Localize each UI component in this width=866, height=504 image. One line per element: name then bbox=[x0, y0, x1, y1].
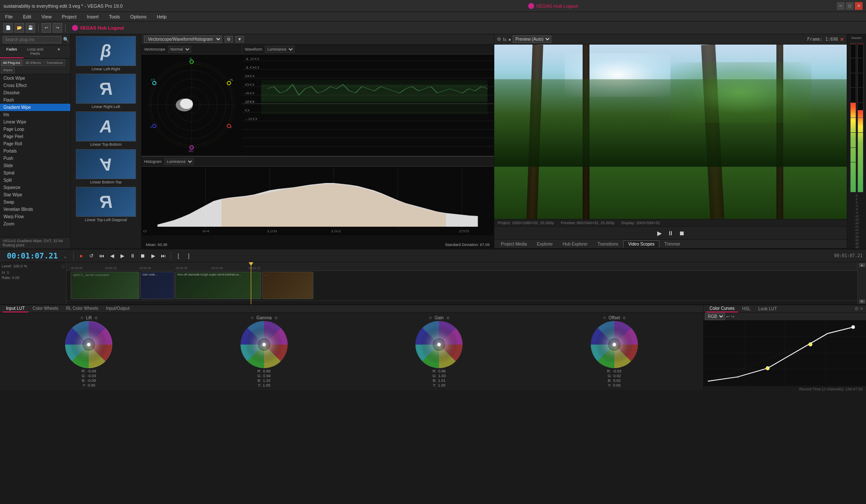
gamma-settings-icon[interactable]: ⚙ bbox=[274, 316, 278, 320]
effect-push[interactable]: Push bbox=[0, 155, 70, 162]
effect-page-loop[interactable]: Page Loop bbox=[0, 126, 70, 133]
fx-subtab-3d[interactable]: 3D Effects bbox=[23, 60, 43, 66]
preview-mode-selector[interactable]: Preview (Auto) bbox=[513, 36, 551, 43]
tab-look-lut[interactable]: Look LUT bbox=[755, 306, 780, 312]
scope-menu-button[interactable]: ▼ bbox=[235, 36, 244, 42]
curves-channel-selector[interactable]: RGB bbox=[705, 313, 725, 320]
tab-hsl[interactable]: HSL bbox=[739, 306, 754, 312]
gamma-wheel[interactable] bbox=[241, 321, 288, 368]
effect-spiral[interactable]: Spiral bbox=[0, 169, 70, 177]
effect-cross-effect[interactable]: Cross Effect bbox=[0, 82, 70, 89]
vectorscope-mode[interactable]: Normal bbox=[168, 46, 191, 53]
effect-iris[interactable]: Iris bbox=[0, 111, 70, 118]
tab-rl-color-wheels[interactable]: RL Color Wheels bbox=[63, 305, 102, 312]
fx-tab-fades[interactable]: Fades bbox=[0, 45, 24, 58]
histogram-mode[interactable]: Luminance bbox=[164, 158, 194, 165]
gamma-reset-icon[interactable]: ⟲ bbox=[250, 316, 254, 320]
menu-edit[interactable]: Edit bbox=[21, 13, 33, 20]
transport-play[interactable]: ▶ bbox=[118, 252, 126, 260]
effect-clock-wipe[interactable]: Clock Wipe bbox=[0, 75, 70, 82]
menu-view[interactable]: View bbox=[40, 13, 54, 20]
scroll-up-button[interactable]: ▲ bbox=[859, 263, 865, 267]
transport-next-frame[interactable]: ▶ bbox=[149, 252, 157, 260]
tab-video-scopes[interactable]: Video Scopes bbox=[623, 240, 659, 247]
transport-pause[interactable]: ⏸ bbox=[128, 252, 137, 260]
fx-tab-loops[interactable]: Loop and Peels bbox=[24, 45, 47, 58]
clip-aerial-meadow[interactable]: dji0lC1_aerial-meanderl bbox=[71, 272, 139, 299]
preview-fx-button[interactable]: fx bbox=[503, 37, 507, 42]
tab-color-wheels[interactable]: Color Wheels bbox=[29, 305, 62, 312]
transport-stop[interactable]: ⏹ bbox=[138, 252, 147, 260]
open-button[interactable]: 📂 bbox=[15, 23, 24, 33]
gain-wheel[interactable] bbox=[415, 321, 463, 368]
curves-graph[interactable] bbox=[704, 321, 866, 386]
effect-slide[interactable]: Slide bbox=[0, 162, 70, 169]
waveform-mode[interactable]: Luminance bbox=[265, 46, 295, 53]
tab-input-output[interactable]: Input/Output bbox=[102, 305, 133, 312]
preview-settings-button[interactable]: ⚙ bbox=[497, 36, 501, 42]
transport-in-point[interactable]: [ bbox=[174, 252, 183, 260]
menu-project[interactable]: Project bbox=[60, 13, 78, 20]
scope-selector[interactable]: Vectorscope/Waveform/Histogram bbox=[144, 36, 222, 43]
menu-options[interactable]: Options bbox=[129, 13, 148, 20]
search-input[interactable] bbox=[3, 36, 61, 43]
thumb-linear-top-left-diagonal[interactable]: R Linear Top-Left Diagonal bbox=[72, 187, 139, 222]
effect-star-wipe[interactable]: Star Wipe bbox=[0, 191, 70, 198]
fx-tab-favorites[interactable]: ★ bbox=[47, 45, 70, 58]
curves-close-btn[interactable]: ✕ bbox=[860, 306, 863, 312]
curves-redo-btn[interactable]: ↪ bbox=[731, 314, 734, 319]
fx-subtab-all[interactable]: All Plug-ins bbox=[1, 60, 22, 66]
tab-project-media[interactable]: Project Media bbox=[496, 240, 532, 247]
thumb-linear-right-left[interactable]: R Linear Right-Left bbox=[72, 74, 139, 109]
close-button[interactable]: ✕ bbox=[855, 2, 863, 10]
tab-explorer[interactable]: Explorer bbox=[532, 240, 557, 247]
transport-record[interactable]: ● bbox=[77, 252, 85, 260]
fx-subtab-transitions[interactable]: Transitions bbox=[44, 60, 65, 66]
tab-transitions[interactable]: Transitions bbox=[593, 240, 623, 247]
effect-warp-flow[interactable]: Warp Flow bbox=[0, 213, 70, 220]
save-button[interactable]: 💾 bbox=[26, 23, 35, 33]
tab-input-lut[interactable]: Input LUT bbox=[3, 305, 28, 312]
thumb-linear-bottom-top[interactable]: A Linear Bottom-Top bbox=[72, 149, 139, 184]
gain-reset-icon[interactable]: ⟲ bbox=[429, 316, 432, 320]
thumb-linear-top-bottom[interactable]: A Linear Top-Bottom bbox=[72, 111, 139, 147]
gain-settings-icon[interactable]: ⚙ bbox=[446, 316, 450, 320]
transport-fwd[interactable]: ⏭ bbox=[159, 252, 168, 260]
lift-reset-icon[interactable]: ⟲ bbox=[80, 316, 84, 320]
search-icon[interactable]: 🔍 bbox=[63, 37, 69, 42]
effect-split[interactable]: Split bbox=[0, 177, 70, 184]
thumb-linear-left-right[interactable]: β Linear Left-Right bbox=[72, 36, 139, 71]
minimize-button[interactable]: ─ bbox=[837, 2, 845, 10]
effect-dissolve[interactable]: Dissolve bbox=[0, 89, 70, 96]
effect-linear-wipe[interactable]: Linear Wipe bbox=[0, 118, 70, 126]
effect-flash[interactable]: Flash bbox=[0, 96, 70, 104]
lift-settings-icon[interactable]: ⚙ bbox=[94, 316, 98, 320]
effect-squeeze[interactable]: Squeeze bbox=[0, 184, 70, 191]
preview-stop-button[interactable]: ⏹ bbox=[677, 228, 686, 238]
undo-button[interactable]: ↩ bbox=[42, 23, 51, 33]
timecode-expand-icon[interactable]: ▸ bbox=[64, 255, 67, 259]
preview-pause-button[interactable]: ⏸ bbox=[666, 228, 675, 238]
transport-out-point[interactable]: ] bbox=[184, 252, 193, 260]
clip-sunset[interactable]: ... bbox=[262, 272, 313, 299]
menu-insert[interactable]: Insert bbox=[85, 13, 101, 20]
effect-page-peel[interactable]: Page Peel bbox=[0, 133, 70, 140]
menu-help[interactable]: Help bbox=[155, 13, 168, 20]
offset-reset-icon[interactable]: ⟲ bbox=[603, 316, 606, 320]
transport-rewind[interactable]: ⏮ bbox=[97, 252, 106, 260]
clip-stairwalk[interactable]: stair-walk... bbox=[140, 272, 174, 299]
effect-page-roll[interactable]: Page Roll bbox=[0, 140, 70, 147]
tab-color-curves[interactable]: Color Curves bbox=[706, 305, 738, 312]
effect-venetian-blinds[interactable]: Venetian Blinds bbox=[0, 206, 70, 213]
new-button[interactable]: 📄 bbox=[3, 23, 13, 33]
curves-undo-btn[interactable]: ↩ bbox=[726, 314, 730, 319]
hub-text[interactable]: VEGAS Hub Logout bbox=[536, 3, 578, 9]
offset-wheel[interactable] bbox=[591, 321, 638, 368]
transport-loop[interactable]: ↺ bbox=[87, 252, 96, 260]
redo-button[interactable]: ↪ bbox=[53, 23, 62, 33]
lift-wheel[interactable] bbox=[65, 321, 112, 368]
preview-play-button[interactable]: ▶ bbox=[655, 228, 664, 238]
track-expand-btn[interactable]: □ bbox=[62, 264, 64, 269]
maximize-button[interactable]: □ bbox=[846, 2, 854, 10]
curves-settings-btn[interactable]: ⚙ bbox=[854, 306, 859, 312]
